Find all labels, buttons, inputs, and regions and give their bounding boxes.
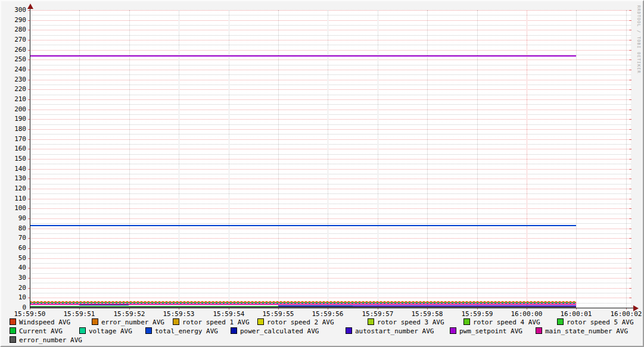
watermark-text: RRDTOOL / TOBI OETIKER	[636, 5, 641, 74]
series-line	[30, 55, 576, 57]
x-minor-gridline	[328, 10, 328, 308]
major-gridline	[30, 40, 631, 40]
legend-swatch	[463, 318, 470, 325]
legend-item: main_state_number AVG	[536, 327, 628, 335]
y-tick-mark	[629, 298, 631, 298]
x-tick-label: 15:59:59	[456, 310, 498, 318]
major-gridline	[30, 179, 631, 179]
major-gridline	[30, 218, 631, 219]
minor-gridline	[30, 35, 631, 36]
major-gridline	[30, 229, 631, 229]
y-tick-label: 190	[2, 115, 26, 123]
y-tick-label: 50	[2, 254, 26, 262]
x-minor-gridline	[79, 10, 80, 308]
legend-label: Windspeed AVG	[19, 318, 70, 326]
y-tick-mark	[629, 258, 631, 259]
y-tick-label: 100	[2, 204, 26, 212]
major-gridline	[30, 139, 631, 140]
legend-label: error_number AVG	[19, 336, 82, 344]
legend-label: Current AVG	[19, 327, 63, 335]
y-tick-label: 140	[2, 165, 26, 173]
legend-label: rotor speed 4 AVG	[473, 318, 540, 326]
minor-gridline	[30, 144, 631, 145]
legend-swatch	[145, 327, 152, 334]
x-tick-label: 15:59:51	[58, 310, 100, 318]
major-gridline	[30, 80, 631, 80]
y-tick-label: 270	[2, 36, 26, 43]
rrdtool-graph: 0102030405060708090100110120130140150160…	[0, 0, 644, 347]
y-tick-mark	[629, 129, 631, 130]
y-tick-mark	[629, 80, 631, 80]
y-tick-mark	[629, 149, 631, 149]
legend-item: total_energy AVG	[145, 327, 218, 335]
x-minor-gridline	[477, 10, 478, 308]
y-tick-mark	[629, 20, 631, 21]
x-tick-label: 15:59:57	[357, 310, 399, 318]
minor-gridline	[30, 263, 631, 264]
x-minor-gridline	[427, 10, 428, 308]
legend-item: error_number AVG	[10, 336, 82, 344]
y-tick-label: 30	[2, 274, 26, 282]
minor-gridline	[30, 25, 631, 26]
x-tick-label: 16:00:01	[555, 310, 597, 318]
legend-swatch	[92, 318, 98, 325]
x-tick-label: 15:59:50	[9, 310, 51, 318]
x-tick-label: 15:59:54	[208, 310, 250, 318]
y-tick-mark	[629, 278, 631, 279]
y-tick-label: 120	[2, 185, 26, 192]
y-tick-label: 150	[2, 155, 26, 162]
minor-gridline	[30, 253, 631, 254]
y-tick-label: 250	[2, 55, 26, 63]
y-tick-mark	[629, 268, 631, 268]
legend-label: power_calculated AVG	[240, 327, 319, 335]
y-tick-label: 80	[2, 224, 26, 232]
y-tick-mark	[629, 229, 631, 229]
legend-item: pwm_setpoint AVG	[450, 327, 522, 335]
major-gridline	[30, 119, 631, 120]
major-gridline	[30, 288, 631, 289]
y-tick-label: 70	[2, 234, 26, 242]
legend-item: Windspeed AVG	[10, 318, 70, 326]
major-gridline	[30, 159, 631, 160]
x-tick-label: 15:59:56	[307, 310, 349, 318]
legend-label: rotor speed 5 AVG	[567, 318, 634, 326]
y-tick-mark	[629, 208, 631, 209]
y-tick-mark	[629, 110, 631, 110]
major-gridline	[30, 70, 631, 70]
y-tick-mark	[629, 10, 631, 11]
minor-gridline	[30, 283, 631, 283]
minor-gridline	[30, 193, 631, 194]
legend-item: rotor speed 5 AVG	[557, 318, 634, 326]
legend-swatch	[346, 327, 352, 334]
legend-item: error_number AVG	[92, 318, 164, 326]
minor-gridline	[30, 293, 631, 293]
y-tick-mark	[629, 70, 631, 70]
y-tick-mark	[629, 99, 631, 100]
minor-gridline	[30, 15, 631, 15]
legend-label: rotor speed 2 AVG	[267, 318, 334, 326]
major-gridline	[30, 169, 631, 170]
y-tick-mark	[629, 238, 631, 239]
legend-swatch	[536, 327, 542, 334]
y-axis-arrow-icon	[27, 4, 33, 9]
minor-gridline	[30, 95, 631, 95]
major-gridline	[30, 99, 631, 100]
major-gridline	[30, 248, 631, 249]
legend-label: autostart_number AVG	[355, 327, 434, 335]
y-tick-mark	[629, 218, 631, 219]
y-tick-mark	[629, 30, 631, 30]
series-line	[30, 304, 576, 305]
x-minor-gridline	[626, 10, 627, 308]
y-tick-label: 90	[2, 214, 26, 222]
minor-gridline	[30, 214, 631, 214]
y-tick-label: 230	[2, 76, 26, 83]
legend-item: Current AVG	[10, 327, 63, 335]
minor-gridline	[30, 85, 631, 85]
x-tick-label: 16:00:00	[506, 310, 547, 318]
y-tick-label: 210	[2, 95, 26, 103]
legend-swatch	[231, 327, 237, 334]
legend-swatch	[450, 327, 456, 334]
minor-gridline	[30, 45, 631, 45]
major-gridline	[30, 199, 631, 199]
y-tick-mark	[629, 40, 631, 40]
